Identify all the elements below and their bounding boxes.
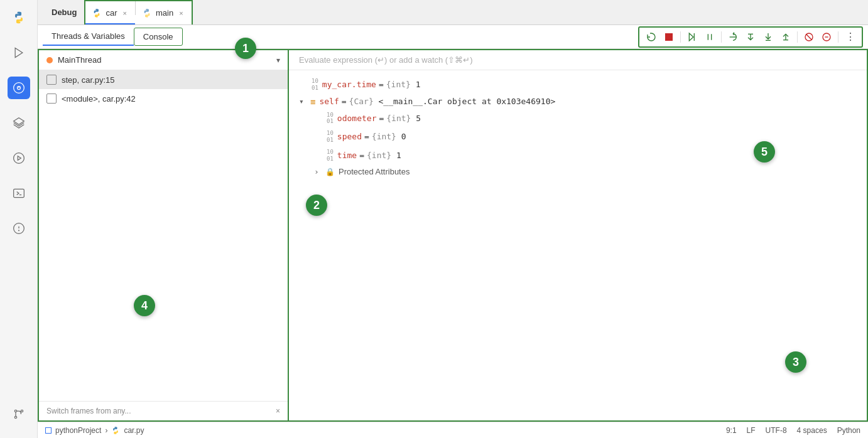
debug-label: Debug (44, 8, 84, 17)
resume-button[interactable] (684, 29, 700, 45)
language[interactable]: Python (837, 426, 860, 435)
var-row-speed: 1001 speed = {int} 0 (289, 127, 867, 146)
frame-icon-0 (46, 75, 57, 85)
svg-point-9 (18, 230, 19, 231)
warning-icon[interactable] (8, 217, 30, 240)
var-row-self: ▾ ≡ self = {Car} <__main__.Car object at… (289, 94, 867, 109)
var-row-protected: › 🔒 Protected Attributes (289, 164, 867, 179)
frame-item-1[interactable]: <module>, car.py:42 (39, 89, 288, 108)
var-name-mycartime: my_car.time (322, 80, 376, 89)
project-name: pythonProject (55, 426, 101, 435)
var-row-odometer: 1001 odometer = {int} 5 (289, 109, 867, 128)
svg-point-12 (21, 410, 23, 412)
stop-button[interactable] (661, 29, 677, 45)
cursor-position[interactable]: 9:1 (726, 426, 737, 435)
lock-icon: 🔒 (325, 168, 335, 176)
svg-line-25 (806, 34, 811, 40)
git-icon[interactable] (8, 403, 30, 425)
type-icon-self: ≡ (310, 97, 315, 107)
svg-point-11 (14, 416, 16, 418)
var-name-speed: speed (337, 132, 362, 141)
terminal-icon[interactable] (8, 182, 30, 205)
type-icon-speed: 1001 (327, 130, 334, 144)
frame-icon-1 (46, 93, 57, 104)
project-icon (45, 427, 52, 434)
step-over-button[interactable] (725, 29, 741, 45)
python-tab-icon (92, 8, 102, 18)
variables-list: 1001 my_car.time = {int} 1 ▾ ≡ self = {C… (289, 70, 867, 420)
var-name-odometer: odometer (337, 114, 377, 123)
svg-point-10 (14, 410, 16, 412)
protected-attrs-label: Protected Attributes (339, 167, 410, 176)
content-area: MainThread ▾ step, car.py:15 <module>, c… (38, 49, 868, 422)
step-out-button[interactable] (778, 29, 794, 45)
threads-variables-tab[interactable]: Threads & Variables (43, 28, 134, 46)
python-main-icon (142, 8, 152, 18)
tab-car[interactable]: car × (85, 1, 135, 24)
python-file-icon (111, 426, 120, 435)
tab-car-close[interactable]: × (121, 9, 129, 18)
evaluate-bar[interactable]: Evaluate expression (↵) or add a watch (… (289, 50, 867, 70)
run-icon[interactable] (8, 41, 30, 64)
expand-self[interactable]: ▾ (299, 97, 308, 106)
switch-frames-close[interactable]: × (276, 407, 280, 415)
switch-frames-bar: Switch frames from any... × (39, 401, 288, 420)
svg-marker-4 (18, 156, 21, 161)
thread-dropdown[interactable]: MainThread ▾ (39, 50, 288, 70)
more-button[interactable]: ⋮ (842, 29, 858, 45)
tab-container: car × main × (84, 0, 192, 24)
var-name-time: time (337, 151, 357, 160)
console-tab[interactable]: Console (134, 28, 183, 46)
left-panel: MainThread ▾ step, car.py:15 <module>, c… (38, 49, 289, 422)
file-name: car.py (124, 426, 144, 435)
main-container: Debug car × main × Threads & Variables C… (38, 0, 868, 438)
remove-breakpoints-button[interactable] (818, 29, 835, 45)
run-circle-icon[interactable] (8, 147, 30, 169)
tab-main-close[interactable]: × (177, 9, 185, 18)
tab-main[interactable]: main × (136, 1, 192, 24)
tab-main-label: main (156, 8, 173, 18)
frame-item-0[interactable]: step, car.py:15 (39, 70, 288, 89)
debug-toolbar: ⋮ (638, 26, 863, 48)
type-icon-time: 1001 (327, 149, 334, 163)
type-icon-int: 1001 (312, 78, 318, 92)
svg-point-3 (13, 153, 24, 164)
var-row-time: 1001 time = {int} 1 (289, 146, 867, 165)
type-icon-odometer: 1001 (327, 112, 334, 126)
chevron-down-icon: ▾ (276, 56, 280, 65)
pause-button[interactable] (702, 29, 718, 45)
var-row-mycartime: 1001 my_car.time = {int} 1 (289, 75, 867, 94)
tab-bar: Debug car × main × (38, 0, 868, 25)
encoding[interactable]: UTF-8 (766, 426, 787, 435)
evaluate-placeholder: Evaluate expression (↵) or add a watch (… (299, 55, 473, 65)
var-name-self: self (319, 97, 339, 106)
layers-icon[interactable] (8, 112, 30, 134)
line-ending[interactable]: LF (747, 426, 756, 435)
status-bar: pythonProject › car.py 9:1 LF UTF-8 4 sp… (38, 422, 868, 438)
activity-bar (0, 0, 38, 438)
expand-protected[interactable]: › (314, 167, 323, 176)
frame-label-1: <module>, car.py:42 (62, 94, 136, 104)
svg-rect-13 (665, 33, 673, 41)
force-step-into-button[interactable] (760, 29, 776, 45)
thread-name: MainThread (58, 55, 271, 65)
mute-breakpoints-button[interactable] (801, 29, 817, 45)
status-left: pythonProject › car.py (45, 426, 726, 435)
python-icon[interactable] (8, 6, 30, 29)
toolbar-row: Threads & Variables Console (38, 25, 868, 49)
rerun-button[interactable] (643, 29, 659, 45)
right-panel: Evaluate expression (↵) or add a watch (… (289, 49, 868, 422)
status-right: 9:1 LF UTF-8 4 spaces Python (726, 426, 860, 435)
indent-size[interactable]: 4 spaces (797, 426, 827, 435)
svg-marker-0 (15, 48, 23, 58)
switch-frames-label: Switch frames from any... (46, 407, 131, 415)
step-into-button[interactable] (742, 29, 759, 45)
debug-icon[interactable] (8, 77, 30, 99)
tab-car-label: car (106, 8, 117, 18)
svg-marker-14 (689, 33, 693, 41)
frame-label-0: step, car.py:15 (62, 75, 115, 85)
thread-status-dot (46, 57, 53, 63)
